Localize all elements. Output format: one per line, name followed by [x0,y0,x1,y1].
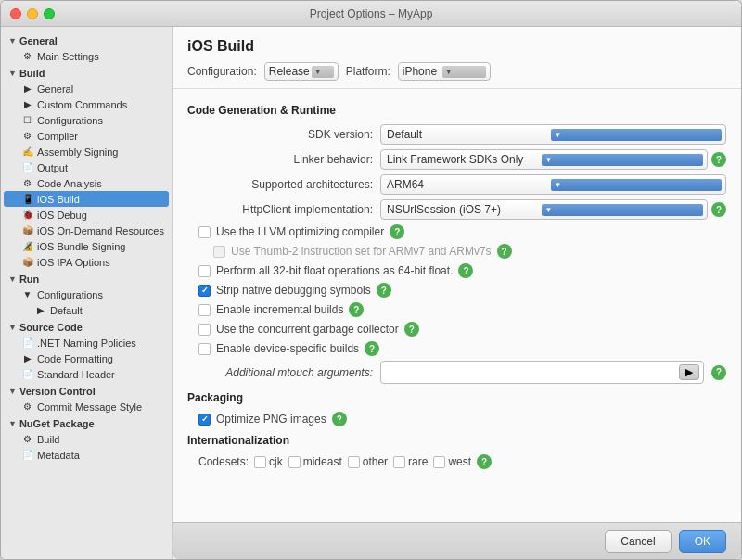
sidebar-item-run-default[interactable]: ▶ Default [1,302,172,318]
sidebar-group-general[interactable]: ▼ General [1,32,172,48]
sidebar-item-ios-on-demand[interactable]: 📦 iOS On-Demand Resources [1,223,172,238]
sidebar-item-nuget-build[interactable]: ⚙ Build [1,431,172,447]
sidebar-item-label: Output [37,162,68,173]
platform-dropdown[interactable]: iPhone ▼ [398,62,491,81]
device-specific-checkbox[interactable] [198,343,211,355]
thumb2-help-icon[interactable]: ? [497,244,512,259]
linker-row: Linker behavior: Link Framework SDKs Onl… [187,149,726,170]
strip-native-checkbox[interactable] [198,285,211,297]
dropdown-arrow-icon: ▼ [542,204,704,216]
incremental-checkbox[interactable] [198,304,211,316]
section-intl-title: Internationalization [187,434,726,449]
sidebar-item-label: iOS Debug [37,210,87,221]
sidebar-item-build-general[interactable]: ▶ General [1,81,172,96]
concurrent-gc-checkbox[interactable] [198,324,211,336]
panel-body: Code Generation & Runtime SDK version: D… [173,89,741,522]
concurrent-gc-help-icon[interactable]: ? [404,322,419,337]
sidebar-item-code-formatting[interactable]: ▶ Code Formatting [1,350,172,366]
gear-icon: ⚙ [21,177,33,189]
sidebar-item-assembly-signing[interactable]: ✍ Assembly Signing [1,144,172,159]
sdk-dropdown[interactable]: Default ▼ [380,124,726,145]
config-row: Configuration: Release ▼ Platform: iPhon… [187,62,726,81]
sidebar-item-commit-msg[interactable]: ⚙ Commit Message Style [1,399,172,414]
sidebar-item-main-settings[interactable]: ⚙ Main Settings [1,48,172,64]
checkbox-device-specific-row: Enable device-specific builds ? [187,341,726,356]
sidebar-group-nuget[interactable]: ▼ NuGet Package [1,414,172,431]
sidebar-group-run-label: Run [19,274,39,285]
strip-native-help-icon[interactable]: ? [377,283,391,298]
optimize-png-help-icon[interactable]: ? [332,412,347,426]
west-label: west [448,455,471,468]
sidebar-item-net-naming[interactable]: 📄 .NET Naming Policies [1,335,172,350]
sidebar-item-ios-debug[interactable]: 🐞 iOS Debug [1,207,172,223]
concurrent-gc-label: Use the concurrent garbage collector [216,323,399,336]
sign-icon: 🔏 [21,240,33,252]
sidebar-group-version-control[interactable]: ▼ Version Control [1,382,172,399]
sidebar-group-build[interactable]: ▼ Build [1,64,172,81]
httpclient-dropdown[interactable]: NSUrlSession (iOS 7+) ▼ [380,199,708,220]
rare-checkbox[interactable] [393,456,405,468]
arrow-right-icon: ▶ [21,352,33,364]
doc-icon: 📄 [21,449,33,461]
sidebar-item-label: Main Settings [37,51,99,62]
checkbox-optimize-png-row: Optimize PNG images ? [187,412,726,426]
titlebar: Project Options – MyApp [1,1,741,27]
mtouch-help-icon[interactable]: ? [711,365,726,380]
linker-help-icon[interactable]: ? [711,152,726,167]
codesets-label: Codesets: [198,455,249,468]
codeset-cjk: cjk [254,455,283,468]
ok-button[interactable]: OK [679,530,726,553]
incremental-help-icon[interactable]: ? [349,302,364,317]
close-button[interactable] [10,8,21,19]
llvm-checkbox[interactable] [198,226,211,238]
maximize-button[interactable] [44,8,55,19]
sidebar-group-source-code[interactable]: ▼ Source Code [1,318,172,335]
sidebar-item-ios-ipa[interactable]: 📦 iOS IPA Options [1,254,172,270]
bug-icon: 🐞 [21,209,33,221]
window: Project Options – MyApp ▼ General ⚙ Main… [0,0,742,560]
config-dropdown[interactable]: Release ▼ [264,62,339,81]
float32-help-icon[interactable]: ? [458,263,473,278]
panel-title: iOS Build [187,38,726,55]
sidebar-item-metadata[interactable]: 📄 Metadata [1,447,172,463]
sidebar-item-run-configurations[interactable]: ▼ Configurations [1,286,172,302]
sidebar-item-compiler[interactable]: ⚙ Compiler [1,128,172,144]
minimize-button[interactable] [27,8,38,19]
other-checkbox[interactable] [348,456,360,468]
sidebar-item-label: Standard Header [37,369,115,380]
dropdown-arrow-icon: ▼ [551,129,723,141]
httpclient-help-icon[interactable]: ? [711,202,726,217]
sidebar-item-label: iOS Bundle Signing [37,241,125,252]
west-checkbox[interactable] [433,456,445,468]
sidebar-item-ios-bundle[interactable]: 🔏 iOS Bundle Signing [1,238,172,254]
strip-native-label: Strip native debugging symbols [216,284,371,297]
sidebar-group-run[interactable]: ▼ Run [1,270,172,286]
float32-checkbox[interactable] [198,265,211,277]
phone-icon: 📱 [21,193,33,205]
linker-dropdown[interactable]: Link Framework SDKs Only ▼ [380,149,708,170]
thumb2-checkbox[interactable] [213,246,225,258]
mideast-checkbox[interactable] [288,456,301,468]
dropdown-arrow-icon: ▼ [542,154,704,166]
codesets-help-icon[interactable]: ? [477,454,492,469]
sidebar-item-output[interactable]: 📄 Output [1,159,172,175]
cjk-checkbox[interactable] [254,456,266,468]
optimize-png-checkbox[interactable] [198,414,211,426]
sdk-control: Default ▼ [380,124,726,145]
sidebar-item-standard-header[interactable]: 📄 Standard Header [1,366,172,382]
sidebar-item-label: Configurations [37,289,103,300]
llvm-help-icon[interactable]: ? [390,224,404,239]
doc-icon: 📄 [21,337,33,349]
sidebar-item-configurations[interactable]: ☐ Configurations [1,112,172,128]
sidebar-item-custom-commands[interactable]: ▶ Custom Commands [1,96,172,112]
arch-dropdown[interactable]: ARM64 ▼ [380,174,726,195]
sidebar-item-code-analysis[interactable]: ⚙ Code Analysis [1,175,172,191]
dropdown-arrow-icon: ▼ [442,66,486,78]
sidebar-item-ios-build[interactable]: 📱 iOS Build [4,191,169,207]
arch-label: Supported architectures: [187,178,373,191]
mtouch-run-button[interactable]: ▶ [679,364,699,380]
config-value: Release [269,65,310,78]
arrow-icon: ▼ [8,69,17,78]
device-specific-help-icon[interactable]: ? [365,341,379,356]
cancel-button[interactable]: Cancel [605,530,671,553]
